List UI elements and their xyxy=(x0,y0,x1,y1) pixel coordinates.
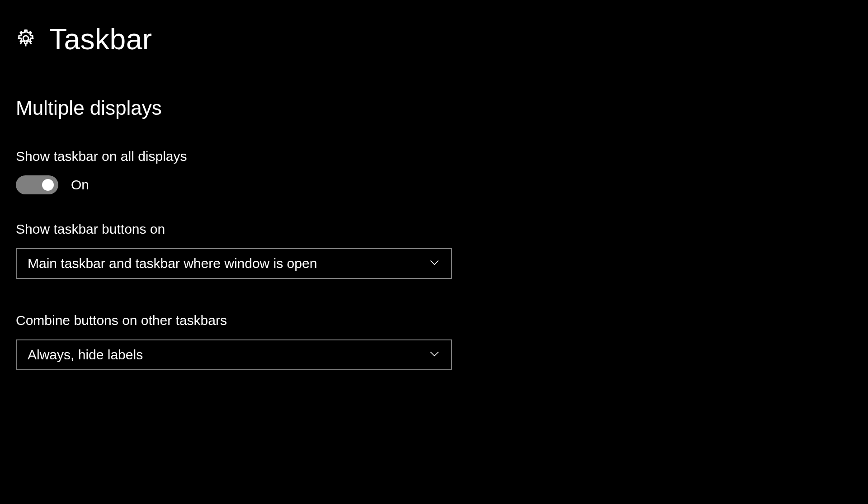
setting-combine-buttons: Combine buttons on other taskbars Always… xyxy=(16,313,852,370)
setting-label: Combine buttons on other taskbars xyxy=(16,313,852,328)
show-taskbar-all-toggle[interactable] xyxy=(16,175,58,194)
toggle-knob xyxy=(42,179,54,191)
svg-point-0 xyxy=(23,36,28,41)
chevron-down-icon xyxy=(429,348,440,362)
gear-icon xyxy=(16,28,36,50)
section-heading: Multiple displays xyxy=(16,97,852,119)
page-title: Taskbar xyxy=(49,23,152,56)
setting-show-buttons-on: Show taskbar buttons on Main taskbar and… xyxy=(16,221,852,279)
dropdown-value: Always, hide labels xyxy=(28,347,143,363)
header: Taskbar xyxy=(16,23,852,56)
setting-label: Show taskbar buttons on xyxy=(16,221,852,237)
dropdown-value: Main taskbar and taskbar where window is… xyxy=(28,256,317,271)
chevron-down-icon xyxy=(429,257,440,270)
toggle-row: On xyxy=(16,175,852,194)
setting-label: Show taskbar on all displays xyxy=(16,149,852,164)
toggle-state-label: On xyxy=(71,177,89,193)
combine-buttons-dropdown[interactable]: Always, hide labels xyxy=(16,339,452,370)
setting-show-taskbar-all: Show taskbar on all displays On xyxy=(16,149,852,194)
show-buttons-on-dropdown[interactable]: Main taskbar and taskbar where window is… xyxy=(16,248,452,279)
